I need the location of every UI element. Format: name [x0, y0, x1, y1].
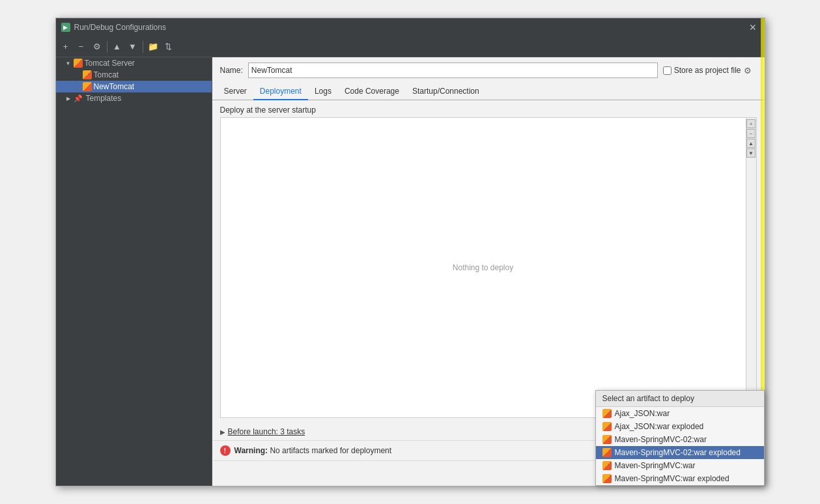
warning-rest: No artifacts marked for deployment — [268, 446, 391, 455]
warning-bold: Warning: — [234, 446, 268, 455]
toolbar: + − ⚙ ▲ ▼ 📁 ⇅ — [56, 36, 765, 57]
store-project-checkbox[interactable] — [663, 66, 672, 75]
dropdown-item-ajax-json-war[interactable]: Ajax_JSON:war — [596, 407, 764, 420]
warning-icon: ! — [220, 445, 231, 456]
name-label: Name: — [220, 66, 243, 75]
dropdown-item-maven-02-war[interactable]: Maven-SpringMVC-02:war — [596, 433, 764, 446]
move-down-button[interactable]: ▼ — [126, 40, 140, 54]
move-up-button[interactable]: ▲ — [110, 40, 124, 54]
tree-item-templates[interactable]: ▶ 📌 Templates — [56, 92, 212, 104]
artifact-label-5: Maven-SpringMVC:war — [615, 461, 696, 470]
tab-startup[interactable]: Startup/Connection — [406, 83, 486, 100]
deploy-scrollbar: + − ▲ ▼ ✏ — [746, 118, 756, 417]
store-project-row: Store as project file ⚙ — [663, 66, 757, 76]
remove-button[interactable]: − — [74, 40, 89, 54]
add-artifact-button[interactable]: + — [746, 119, 756, 128]
close-button[interactable]: ✕ — [746, 21, 759, 34]
artifact-icon-1 — [602, 409, 612, 418]
expand-arrow: ▼ — [65, 60, 72, 66]
templates-arrow: ▶ — [65, 95, 72, 102]
dropdown-item-maven-war-exploded[interactable]: Maven-SpringMVC:war exploded — [596, 472, 764, 485]
deploy-list-wrapper: Nothing to deploy + − ▲ ▼ ✏ — [220, 117, 757, 418]
dropdown-item-ajax-json-war-exploded[interactable]: Ajax_JSON:war exploded — [596, 420, 764, 433]
copy-button[interactable]: ⚙ — [90, 40, 104, 54]
deploy-empty-text: Nothing to deploy — [221, 118, 746, 417]
tabs-bar: Server Deployment Logs Code Coverage Sta… — [212, 83, 765, 100]
scroll-down-button[interactable]: ▼ — [746, 148, 756, 158]
title-bar-left: ▶ Run/Debug Configurations — [61, 23, 166, 32]
store-project-label: Store as project file — [674, 66, 741, 75]
artifact-icon-3 — [602, 435, 612, 444]
tree-item-tomcat[interactable]: ▶ Tomcat — [56, 69, 212, 81]
before-launch-label[interactable]: Before launch: 3 tasks — [228, 427, 305, 436]
dropdown-item-maven-02-war-exploded[interactable]: Maven-SpringMVC-02:war exploded — [596, 446, 764, 459]
tomcat-server-icon — [74, 59, 83, 68]
artifact-icon-2 — [602, 422, 612, 431]
tab-code-coverage[interactable]: Code Coverage — [338, 83, 406, 100]
templates-label: Templates — [86, 94, 122, 103]
scroll-up-button[interactable]: ▲ — [746, 139, 756, 148]
tab-deployment[interactable]: Deployment — [253, 83, 308, 100]
artifact-label-1: Ajax_JSON:war — [615, 409, 670, 418]
artifact-icon-5 — [602, 461, 612, 470]
artifact-label-4: Maven-SpringMVC-02:war exploded — [615, 448, 741, 457]
remove-artifact-button[interactable]: − — [746, 129, 756, 138]
templates-pin-icon: 📌 — [74, 94, 83, 103]
separator-2 — [143, 41, 143, 53]
dropdown-item-maven-war[interactable]: Maven-SpringMVC:war — [596, 459, 764, 472]
artifact-label-6: Maven-SpringMVC:war exploded — [615, 474, 729, 483]
left-panel: ▼ Tomcat Server ▶ Tomcat ▶ NewTomcat ▶ 📌… — [56, 57, 212, 486]
dialog-icon: ▶ — [61, 23, 70, 32]
artifact-dropdown: Select an artifact to deploy Ajax_JSON:w… — [595, 390, 765, 486]
artifact-label-3: Maven-SpringMVC-02:war — [615, 435, 707, 444]
artifact-icon-6 — [602, 474, 612, 483]
title-bar: ▶ Run/Debug Configurations ✕ — [56, 18, 765, 36]
newtomcat-label: NewTomcat — [94, 82, 135, 91]
deploy-area: Deploy at the server startup Nothing to … — [212, 100, 765, 423]
name-input[interactable] — [248, 63, 658, 78]
gear-icon[interactable]: ⚙ — [744, 66, 752, 76]
sort-button[interactable]: ⇅ — [162, 40, 176, 54]
tree-group-tomcat-server[interactable]: ▼ Tomcat Server — [56, 57, 212, 69]
tomcat-server-label: Tomcat Server — [85, 59, 135, 68]
dialog-title: Run/Debug Configurations — [74, 23, 166, 32]
tab-server[interactable]: Server — [218, 83, 253, 100]
separator-1 — [107, 41, 107, 53]
warning-text: Warning: No artifacts marked for deploym… — [234, 446, 392, 455]
run-debug-dialog: ▶ Run/Debug Configurations ✕ + − ⚙ ▲ ▼ 📁… — [55, 18, 765, 486]
newtomcat-icon — [83, 82, 92, 91]
tree-item-newtomcat[interactable]: ▶ NewTomcat — [56, 81, 212, 92]
tomcat-icon — [83, 70, 92, 79]
tab-logs[interactable]: Logs — [308, 83, 338, 100]
artifact-label-2: Ajax_JSON:war exploded — [615, 422, 704, 431]
dropdown-header: Select an artifact to deploy — [596, 391, 764, 407]
artifact-icon-4 — [602, 448, 612, 457]
folder-button[interactable]: 📁 — [146, 40, 160, 54]
name-row: Name: Store as project file ⚙ — [212, 57, 765, 83]
tomcat-label: Tomcat — [94, 70, 119, 79]
before-launch-arrow[interactable]: ▶ — [220, 428, 225, 436]
add-button[interactable]: + — [59, 40, 73, 54]
deploy-label: Deploy at the server startup — [220, 105, 757, 115]
